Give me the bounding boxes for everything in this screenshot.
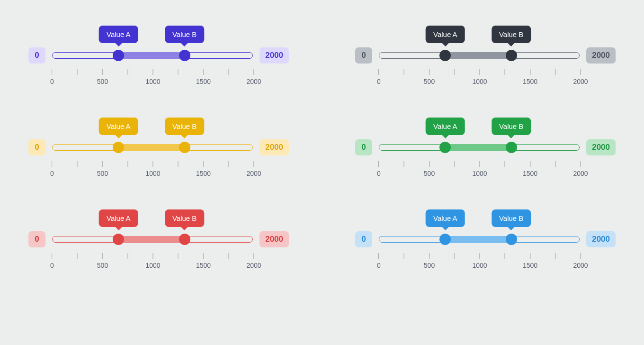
tick: 0 <box>377 253 381 269</box>
tick: 0 <box>50 161 54 177</box>
tick-mark <box>404 161 404 167</box>
tick-scale: 0500100015002000 <box>355 161 616 179</box>
slider-track[interactable]: Value AValue B <box>52 236 253 243</box>
tick-mark <box>480 253 480 259</box>
slider-track[interactable]: Value AValue B <box>52 52 253 59</box>
tick <box>505 69 505 75</box>
tick-mark <box>228 69 229 75</box>
tick-mark <box>153 253 153 259</box>
tick <box>454 253 455 259</box>
tick-mark <box>52 253 52 259</box>
tick-mark <box>555 161 555 167</box>
slider-handle-b[interactable] <box>506 50 517 61</box>
tick-label: 500 <box>424 170 435 177</box>
slider-track[interactable]: Value AValue B <box>52 144 253 151</box>
tick <box>404 69 404 75</box>
tick: 2000 <box>246 161 261 177</box>
tick <box>505 253 505 259</box>
tick-mark <box>555 253 555 259</box>
max-badge: 2000 <box>259 47 289 64</box>
tick-mark <box>530 161 530 167</box>
tick <box>77 161 78 167</box>
tooltip-a: Value A <box>426 118 465 135</box>
slider-handle-a[interactable] <box>113 234 124 245</box>
tick-label: 1500 <box>196 170 211 177</box>
tick-scale: 0500100015002000 <box>28 161 289 179</box>
slider-handle-b[interactable] <box>179 50 190 61</box>
tick: 1500 <box>523 161 537 177</box>
tick: 1000 <box>472 253 487 269</box>
tick-mark <box>178 161 179 167</box>
tick: 1500 <box>523 69 537 85</box>
tick: 1500 <box>523 253 537 269</box>
slider-handle-a[interactable] <box>439 50 451 61</box>
slider-handle-b[interactable] <box>506 142 517 153</box>
tick: 1000 <box>145 69 160 85</box>
tick <box>228 161 229 167</box>
tick-mark <box>454 161 455 167</box>
tick-label: 500 <box>424 78 435 85</box>
tick: 1000 <box>145 161 160 177</box>
slider-track[interactable]: Value AValue B <box>379 144 580 151</box>
tick <box>454 161 455 167</box>
range-slider-green: 0Value AValue B20000500100015002000 <box>355 116 616 179</box>
tick: 2000 <box>246 253 261 269</box>
slider-fill <box>445 52 511 59</box>
tick-label: 0 <box>50 78 54 85</box>
slider-track[interactable]: Value AValue B <box>379 52 580 59</box>
min-badge: 0 <box>355 231 372 247</box>
slider-handle-a[interactable] <box>113 142 124 153</box>
tick-mark <box>203 69 204 75</box>
tick: 1000 <box>145 253 160 269</box>
slider-handle-b[interactable] <box>179 142 190 153</box>
tick-mark <box>505 161 505 167</box>
tick-scale: 0500100015002000 <box>355 253 616 271</box>
tick: 0 <box>50 253 54 269</box>
slider-fill <box>445 236 511 243</box>
slider-track[interactable]: Value AValue B <box>379 236 580 243</box>
tick-scale: 0500100015002000 <box>28 253 289 271</box>
range-slider-red: 0Value AValue B20000500100015002000 <box>28 208 289 271</box>
tick-mark <box>429 69 429 75</box>
tick-mark <box>378 69 379 75</box>
tick-mark <box>77 69 78 75</box>
tick <box>454 69 455 75</box>
tooltip-a: Value A <box>426 209 465 227</box>
tick-mark <box>228 253 229 259</box>
range-slider-blue: 0Value AValue B20000500100015002000 <box>355 208 616 271</box>
slider-fill <box>118 52 184 59</box>
tick-label: 2000 <box>246 170 261 177</box>
max-badge: 2000 <box>586 231 616 247</box>
tick: 1500 <box>196 69 211 85</box>
slider-handle-b[interactable] <box>506 234 517 245</box>
tick-mark <box>77 253 78 259</box>
min-badge: 0 <box>355 47 372 64</box>
tick-mark <box>102 69 103 75</box>
tick-mark <box>505 69 505 75</box>
tick-label: 1000 <box>145 78 160 85</box>
tick-mark <box>127 161 128 167</box>
tick-mark <box>581 253 581 259</box>
slider-handle-a[interactable] <box>439 234 451 245</box>
tooltip-b: Value B <box>165 209 204 227</box>
tick-label: 1500 <box>196 78 211 85</box>
slider-handle-b[interactable] <box>179 234 190 245</box>
tick-mark <box>378 253 379 259</box>
slider-fill <box>118 236 184 243</box>
tick <box>228 69 229 75</box>
tick-mark <box>254 253 254 259</box>
tick-mark <box>454 69 455 75</box>
tick-mark <box>77 161 78 167</box>
tick-mark <box>505 253 505 259</box>
slider-handle-a[interactable] <box>439 142 451 153</box>
tick-label: 500 <box>97 78 108 85</box>
tick-label: 1000 <box>145 262 160 269</box>
tick-label: 0 <box>377 78 381 85</box>
tooltip-b: Value B <box>492 26 531 43</box>
tick-label: 2000 <box>573 262 588 269</box>
slider-handle-a[interactable] <box>113 50 124 61</box>
max-badge: 2000 <box>586 139 616 155</box>
tick-mark <box>404 69 404 75</box>
tick-label: 1500 <box>523 78 537 85</box>
tick-label: 500 <box>424 262 435 269</box>
